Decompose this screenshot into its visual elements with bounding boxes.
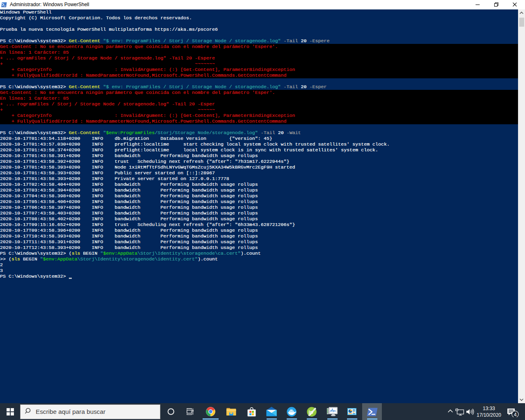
svg-text:ip: ip: [308, 409, 313, 415]
svg-text:4: 4: [514, 412, 517, 418]
